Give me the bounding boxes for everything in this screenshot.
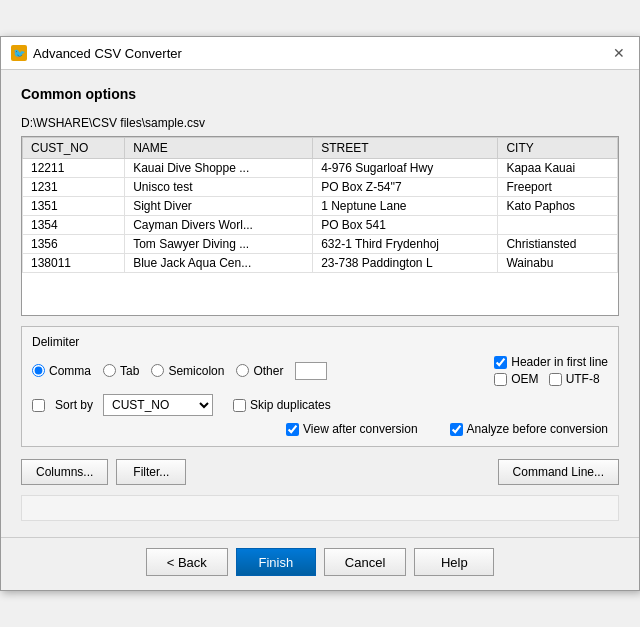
table-cell: 632-1 Third Frydenhoj bbox=[313, 235, 498, 254]
col-header-name: NAME bbox=[125, 138, 313, 159]
other-delimiter-input[interactable] bbox=[295, 362, 327, 380]
table-cell: Kapaa Kauai bbox=[498, 159, 618, 178]
view-after-group: View after conversion bbox=[286, 422, 418, 436]
table-row: 12211Kauai Dive Shoppe ...4-976 Sugarloa… bbox=[23, 159, 618, 178]
right-checkboxes: Header in first line OEM UTF-8 bbox=[494, 355, 608, 386]
col-header-cust-no: CUST_NO bbox=[23, 138, 125, 159]
radio-comma[interactable]: Comma bbox=[32, 364, 91, 378]
table-cell: Wainabu bbox=[498, 254, 618, 273]
sort-select[interactable]: CUST_NO NAME STREET CITY bbox=[103, 394, 213, 416]
cancel-button[interactable]: Cancel bbox=[324, 548, 406, 576]
table-row: 1231Unisco testPO Box Z-54''7Freeport bbox=[23, 178, 618, 197]
oem-row: OEM bbox=[494, 372, 538, 386]
section-title: Common options bbox=[21, 86, 619, 102]
table-cell: Cayman Divers Worl... bbox=[125, 216, 313, 235]
radio-semicolon-input[interactable] bbox=[151, 364, 164, 377]
help-button[interactable]: Help bbox=[414, 548, 494, 576]
header-first-line-checkbox[interactable] bbox=[494, 356, 507, 369]
footer: < Back Finish Cancel Help bbox=[1, 537, 639, 590]
table-header-row: CUST_NO NAME STREET CITY bbox=[23, 138, 618, 159]
content-area: Common options D:\WSHARE\CSV files\sampl… bbox=[1, 70, 639, 537]
window-title: Advanced CSV Converter bbox=[33, 46, 182, 61]
table-cell: Unisco test bbox=[125, 178, 313, 197]
table-row: 1356Tom Sawyer Diving ...632-1 Third Fry… bbox=[23, 235, 618, 254]
radio-other-label: Other bbox=[253, 364, 283, 378]
view-analyze-row: View after conversion Analyze before con… bbox=[32, 422, 608, 436]
header-first-line-label: Header in first line bbox=[511, 355, 608, 369]
table-cell: 4-976 Sugarloaf Hwy bbox=[313, 159, 498, 178]
status-bar bbox=[21, 495, 619, 521]
right-options: View after conversion Analyze before con… bbox=[286, 422, 608, 436]
skip-duplicates-checkbox[interactable] bbox=[233, 399, 246, 412]
oem-label: OEM bbox=[511, 372, 538, 386]
radio-comma-input[interactable] bbox=[32, 364, 45, 377]
table-wrapper[interactable]: CUST_NO NAME STREET CITY 12211Kauai Dive… bbox=[22, 137, 618, 315]
table-cell: 23-738 Paddington L bbox=[313, 254, 498, 273]
table-cell: PO Box 541 bbox=[313, 216, 498, 235]
back-button[interactable]: < Back bbox=[146, 548, 228, 576]
table-cell: Blue Jack Aqua Cen... bbox=[125, 254, 313, 273]
utf8-checkbox[interactable] bbox=[549, 373, 562, 386]
table-cell: 1354 bbox=[23, 216, 125, 235]
view-after-label: View after conversion bbox=[303, 422, 418, 436]
title-bar-left: 🐦 Advanced CSV Converter bbox=[11, 45, 182, 61]
options-panel: Delimiter Comma Tab Semicolon Other bbox=[21, 326, 619, 447]
csv-preview-table: CUST_NO NAME STREET CITY 12211Kauai Dive… bbox=[21, 136, 619, 316]
skip-duplicates-label: Skip duplicates bbox=[250, 398, 331, 412]
radio-tab[interactable]: Tab bbox=[103, 364, 139, 378]
file-path: D:\WSHARE\CSV files\sample.csv bbox=[21, 116, 619, 130]
table-cell: Tom Sawyer Diving ... bbox=[125, 235, 313, 254]
radio-semicolon-label: Semicolon bbox=[168, 364, 224, 378]
delimiter-row: Comma Tab Semicolon Other bbox=[32, 355, 608, 386]
view-after-checkbox[interactable] bbox=[286, 423, 299, 436]
sort-by-checkbox[interactable] bbox=[32, 399, 45, 412]
table-cell: Kauai Dive Shoppe ... bbox=[125, 159, 313, 178]
table-cell: 12211 bbox=[23, 159, 125, 178]
table-cell: Kato Paphos bbox=[498, 197, 618, 216]
analyze-checkbox[interactable] bbox=[450, 423, 463, 436]
table-cell: Freeport bbox=[498, 178, 618, 197]
radio-tab-input[interactable] bbox=[103, 364, 116, 377]
table-cell bbox=[498, 216, 618, 235]
table-cell: Sight Diver bbox=[125, 197, 313, 216]
table-cell: PO Box Z-54''7 bbox=[313, 178, 498, 197]
table-cell: Christiansted bbox=[498, 235, 618, 254]
table-cell: 138011 bbox=[23, 254, 125, 273]
filter-button[interactable]: Filter... bbox=[116, 459, 186, 485]
app-icon: 🐦 bbox=[11, 45, 27, 61]
sort-by-label: Sort by bbox=[55, 398, 93, 412]
delimiter-label: Delimiter bbox=[32, 335, 608, 349]
table-row: 1354Cayman Divers Worl...PO Box 541 bbox=[23, 216, 618, 235]
header-first-line-row: Header in first line bbox=[494, 355, 608, 369]
table-cell: 1356 bbox=[23, 235, 125, 254]
table-row: 138011Blue Jack Aqua Cen...23-738 Paddin… bbox=[23, 254, 618, 273]
oem-checkbox[interactable] bbox=[494, 373, 507, 386]
main-window: 🐦 Advanced CSV Converter ✕ Common option… bbox=[0, 36, 640, 591]
analyze-group: Analyze before conversion bbox=[450, 422, 608, 436]
radio-other[interactable]: Other bbox=[236, 364, 283, 378]
finish-button[interactable]: Finish bbox=[236, 548, 316, 576]
table-cell: 1351 bbox=[23, 197, 125, 216]
utf8-label: UTF-8 bbox=[566, 372, 600, 386]
title-bar: 🐦 Advanced CSV Converter ✕ bbox=[1, 37, 639, 70]
data-table: CUST_NO NAME STREET CITY 12211Kauai Dive… bbox=[22, 137, 618, 273]
radio-other-input[interactable] bbox=[236, 364, 249, 377]
action-buttons-row: Columns... Filter... Command Line... bbox=[21, 459, 619, 485]
col-header-street: STREET bbox=[313, 138, 498, 159]
analyze-label: Analyze before conversion bbox=[467, 422, 608, 436]
radio-tab-label: Tab bbox=[120, 364, 139, 378]
col-header-city: CITY bbox=[498, 138, 618, 159]
radio-comma-label: Comma bbox=[49, 364, 91, 378]
radio-semicolon[interactable]: Semicolon bbox=[151, 364, 224, 378]
close-button[interactable]: ✕ bbox=[609, 43, 629, 63]
skip-dup-group: Skip duplicates bbox=[233, 398, 331, 412]
utf8-row: UTF-8 bbox=[549, 372, 600, 386]
oem-utf8-row: OEM UTF-8 bbox=[494, 372, 608, 386]
table-cell: 1 Neptune Lane bbox=[313, 197, 498, 216]
columns-button[interactable]: Columns... bbox=[21, 459, 108, 485]
command-line-button[interactable]: Command Line... bbox=[498, 459, 619, 485]
table-row: 1351Sight Diver1 Neptune LaneKato Paphos bbox=[23, 197, 618, 216]
sort-row: Sort by CUST_NO NAME STREET CITY Skip du… bbox=[32, 394, 608, 416]
table-cell: 1231 bbox=[23, 178, 125, 197]
